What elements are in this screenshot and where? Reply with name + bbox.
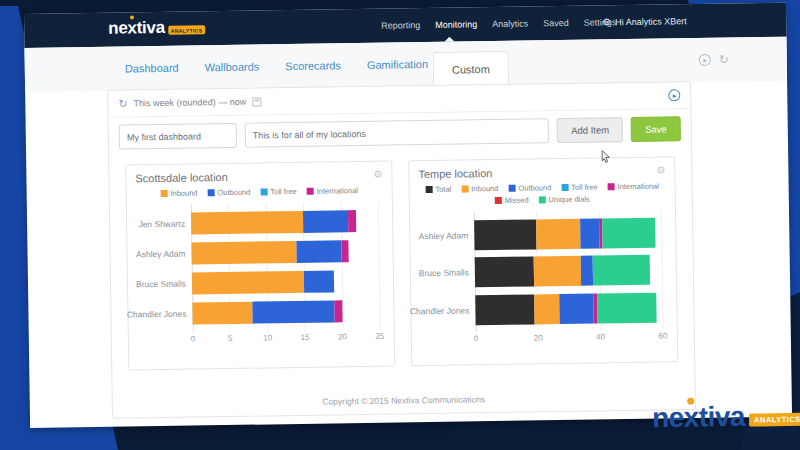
legend-label: Inbound [170, 188, 197, 197]
bar-segment-outbound[interactable] [559, 293, 594, 324]
bar-segment-total[interactable] [475, 256, 535, 287]
bar-segment-unique-dials[interactable] [602, 217, 655, 248]
bar-segment-outbound[interactable] [303, 210, 348, 233]
legend-item-outbound[interactable]: Outbound [508, 183, 551, 193]
x-tick-label: 40 [596, 332, 605, 341]
bar-segment-international[interactable] [341, 240, 349, 262]
date-range-label[interactable]: This week (rounded) — now [133, 97, 246, 109]
bar-jen-shwartz [191, 210, 378, 235]
legend-item-missed[interactable]: Missed [495, 196, 529, 205]
legend-label: Toll free [571, 183, 597, 192]
bar-bruce-smalls [475, 255, 662, 288]
bar-segment-unique-dials[interactable] [597, 292, 657, 323]
legend-item-unique-dials[interactable]: Unique dials [538, 195, 589, 205]
bar-chandler-jones [192, 300, 379, 325]
analytics-badge: ANALYTICS [168, 25, 206, 35]
refresh-icon[interactable]: ↻ [719, 54, 729, 66]
bar-segment-inbound[interactable] [534, 256, 581, 287]
bar-row: Chandler Jones [475, 292, 662, 325]
category-label: Chandler Jones [127, 309, 187, 320]
nav-item-saved[interactable]: Saved [543, 18, 569, 28]
legend-label: International [618, 182, 659, 192]
gear-icon[interactable]: ⚙ [656, 166, 665, 176]
dashboard-name-input[interactable] [119, 123, 237, 150]
bar-segment-total[interactable] [474, 219, 537, 250]
legend-swatch [207, 189, 214, 196]
legend-item-toll-free[interactable]: Toll free [260, 187, 296, 197]
nextiva-analytics-logo: nextiva ANALYTICS [652, 401, 800, 434]
tab-scorecards[interactable]: Scorecards [285, 59, 341, 72]
nav-item-reporting[interactable]: Reporting [381, 20, 420, 31]
tab-custom[interactable]: Custom [433, 51, 510, 87]
legend-label: Total [435, 185, 451, 194]
legend-item-inbound[interactable]: Inbound [160, 188, 197, 198]
legend-item-total[interactable]: Total [425, 185, 451, 194]
legend-swatch [461, 185, 468, 192]
bar-segment-inbound[interactable] [191, 211, 304, 235]
legend-item-international[interactable]: International [608, 182, 659, 192]
x-axis: 0204060 [476, 330, 663, 346]
bar-segment-outbound[interactable] [581, 256, 594, 286]
bar-segment-total[interactable] [475, 294, 535, 325]
category-label: Bruce Smalls [136, 279, 186, 290]
bar-segment-unique-dials[interactable] [593, 255, 650, 286]
legend-item-international[interactable]: International [307, 186, 358, 196]
chart-title: Tempe location [418, 167, 492, 180]
tab-wallboards[interactable]: Wallboards [205, 61, 260, 74]
bar-segment-outbound[interactable] [252, 300, 335, 323]
analytics-badge: ANALYTICS [749, 413, 800, 427]
legend-item-outbound[interactable]: Outbound [207, 188, 250, 198]
refresh-icon[interactable]: ↻ [118, 98, 127, 109]
bar-segment-outbound[interactable] [296, 240, 341, 263]
brand-wordmark: nextiva [108, 18, 165, 39]
dashboard-card: ↻ This week (rounded) — now ▶ Add Item S… [107, 81, 696, 419]
x-axis: 0510152025 [193, 330, 380, 346]
charts-row: Scottsdale location ⚙ InboundOutboundTol… [109, 148, 694, 371]
save-button[interactable]: Save [631, 116, 681, 142]
tab-dashboard[interactable]: Dashboard [125, 62, 179, 75]
bar-row: Bruce Smalls [475, 255, 662, 288]
bar-segment-outbound[interactable] [304, 270, 334, 292]
logo-dot-icon [687, 398, 694, 405]
bar-row: Jen Shwartz [191, 210, 378, 235]
bar-segment-international[interactable] [348, 210, 356, 232]
bar-row: Ashley Adam [191, 240, 378, 265]
bar-segment-inbound[interactable] [192, 302, 252, 325]
user-menu[interactable]: ⚙ Hi Analytics XBert [602, 4, 687, 39]
bar-row: Bruce Smalls [192, 270, 379, 295]
gear-icon[interactable]: ⚙ [373, 170, 382, 180]
dashboard-description-input[interactable] [245, 118, 550, 148]
chart-legend: TotalInboundOutboundToll freeInternation… [410, 178, 675, 210]
legend-swatch [608, 183, 615, 190]
legend-swatch [508, 185, 515, 192]
legend-item-toll-free[interactable]: Toll free [561, 183, 597, 193]
bar-segment-outbound[interactable] [580, 218, 599, 248]
bar-segment-inbound[interactable] [191, 241, 296, 265]
calendar-icon[interactable] [252, 97, 261, 106]
category-label: Bruce Smalls [419, 267, 469, 278]
chart-legend: InboundOutboundToll freeInternational [127, 183, 392, 203]
app-panel: nextiva ANALYTICS Reporting Monitoring A… [24, 3, 792, 428]
brand-logo: nextiva ANALYTICS [108, 17, 206, 38]
bar-row: Chandler Jones [192, 300, 379, 325]
play-circle-icon[interactable]: ▶ [668, 89, 680, 101]
x-tick-label: 20 [534, 333, 543, 342]
main-nav: Reporting Monitoring Analytics Saved Set… [381, 5, 617, 42]
nav-item-monitoring[interactable]: Monitoring [435, 19, 477, 30]
legend-label: Outbound [217, 188, 250, 197]
legend-label: International [317, 186, 358, 196]
bar-segment-inbound[interactable] [536, 218, 580, 249]
play-circle-icon[interactable]: ▶ [699, 54, 711, 66]
legend-item-inbound[interactable]: Inbound [461, 184, 498, 194]
add-item-button[interactable]: Add Item [557, 117, 623, 143]
tab-gamification[interactable]: Gamification [367, 58, 428, 71]
x-tick-label: 0 [191, 334, 196, 343]
legend-label: Toll free [270, 187, 296, 196]
nav-item-analytics[interactable]: Analytics [492, 19, 528, 30]
legend-swatch [307, 188, 314, 195]
bar-segment-inbound[interactable] [534, 294, 559, 324]
bar-segment-inbound[interactable] [192, 271, 305, 295]
x-tick-label: 60 [658, 331, 667, 340]
bar-segment-international[interactable] [334, 300, 342, 322]
dashboard-form: Add Item Save [109, 109, 692, 157]
